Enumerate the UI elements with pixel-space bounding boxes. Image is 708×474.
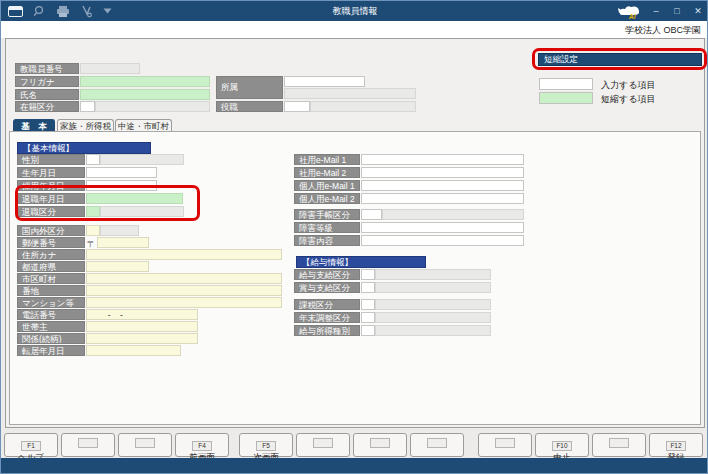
fkey-f6[interactable] [296,433,350,457]
fkey-f4-prev-screen[interactable]: F4前画面 [175,433,229,457]
legend-input-swatch [539,78,593,90]
salary-payment-code-field[interactable] [361,269,375,280]
birthdate-label: 生年月日 [17,167,85,178]
street-field[interactable] [86,285,282,296]
fkey-f10-cancel[interactable]: F10中止 [535,433,589,457]
fkey-f7[interactable] [353,433,407,457]
relationship-label: 関係(続柄) [17,333,85,344]
app-window: 教職員情報 AI – □ ✕ 学校法人 OBC学園 教職員番号 フリガナ 氏名 … [0,0,708,474]
enrollment-label: 在籍区分 [15,101,79,112]
position-name-field[interactable] [310,101,416,112]
section-salary-header: 【給与情報】 [296,256,426,268]
retirement-date-field[interactable] [86,193,183,204]
ai-mascot-icon[interactable]: AI [614,3,642,20]
domestic-class-name-field[interactable] [100,225,139,236]
titlebar: 教職員情報 AI – □ ✕ [1,1,708,21]
department-name-field[interactable] [284,88,416,99]
enrollment-code-field[interactable] [80,101,95,112]
income-type-label: 給与所得種別 [294,325,360,336]
position-label: 役職 [216,101,283,112]
fkey-f3[interactable] [118,433,172,457]
personal-email1-field[interactable] [361,180,524,191]
retirement-class-label: 退職区分 [17,206,85,217]
domestic-class-code-field[interactable] [86,225,100,236]
search-icon[interactable] [33,5,46,18]
company-email1-field[interactable] [361,154,524,165]
fkey-f12-register[interactable]: F12登録 [649,433,703,457]
position-code-field[interactable] [284,101,310,112]
status-bar [1,458,708,474]
disability-detail-label: 障害内容 [294,235,360,246]
income-type-name-field[interactable] [375,325,491,336]
furigana-label: フリガナ [15,76,79,87]
building-field[interactable] [86,297,282,308]
enrollment-name-field[interactable] [95,101,210,112]
householder-field[interactable] [86,321,198,332]
address-kana-label: 住所カナ [17,249,85,260]
postal-code-field[interactable] [97,237,149,248]
legend-shorten-label: 短縮する項目 [601,93,655,106]
city-field[interactable] [86,273,282,284]
bonus-payment-code-field[interactable] [361,282,375,293]
department-code-field[interactable] [284,76,365,87]
gender-label: 性別 [17,154,85,165]
gender-name-field[interactable] [100,154,184,165]
retirement-class-name-field[interactable] [100,206,184,217]
address-kana-field[interactable] [86,249,282,260]
phone-field[interactable]: - - [86,309,198,320]
pen-icon[interactable] [80,5,93,18]
fkey-f5-next-screen[interactable]: F5次画面 [239,433,293,457]
householder-label: 世帯主 [17,321,85,332]
personal-email1-label: 個人用e-Mail 1 [294,180,360,191]
salary-payment-name-field[interactable] [375,269,491,280]
retirement-date-label: 退職年月日 [17,193,85,204]
maximize-button[interactable]: □ [670,6,684,16]
close-button[interactable]: ✕ [691,6,705,16]
shortcut-settings-button[interactable]: 短縮設定 [538,53,702,66]
relationship-field[interactable] [86,333,198,344]
disability-grade-field[interactable] [361,222,524,233]
building-label: マンション等 [17,297,85,308]
minimize-button[interactable]: – [649,6,663,16]
retirement-class-code-field[interactable] [86,206,100,217]
staff-no-field[interactable] [80,63,140,74]
hiredate-field[interactable] [86,180,157,191]
caret-down-icon[interactable] [103,8,112,14]
disability-notebook-code-field[interactable] [361,209,382,220]
disability-grade-label: 障害等級 [294,222,360,233]
legend-shorten-swatch [539,92,593,104]
taxation-class-code-field[interactable] [361,299,375,310]
yearend-adjust-name-field[interactable] [375,312,491,323]
name-field[interactable] [80,89,210,100]
staff-no-label: 教職員番号 [15,63,79,74]
moving-date-field[interactable] [86,345,181,356]
disability-notebook-name-field[interactable] [382,209,524,220]
birthdate-field[interactable] [86,167,157,178]
phone-label: 電話番号 [17,309,85,320]
street-label: 番地 [17,285,85,296]
fkey-f11[interactable] [592,433,646,457]
moving-date-label: 転居年月日 [17,345,85,356]
window-icon[interactable] [8,6,23,17]
taxation-class-name-field[interactable] [375,299,491,310]
svg-text:AI: AI [628,13,636,20]
disability-detail-field[interactable] [361,235,524,246]
hiredate-label: 採用年月日 [17,180,85,191]
print-icon[interactable] [56,5,70,18]
fkey-f9[interactable] [478,433,532,457]
legend-input-label: 入力する項目 [601,79,655,92]
fkey-f2[interactable] [61,433,115,457]
income-type-code-field[interactable] [361,325,375,336]
personal-email2-field[interactable] [361,193,524,204]
section-basic-header: 【基本情報】 [17,142,151,154]
fkey-f8[interactable] [410,433,464,457]
bonus-payment-name-field[interactable] [375,282,491,293]
yearend-adjust-code-field[interactable] [361,312,375,323]
gender-code-field[interactable] [86,154,100,165]
company-email2-field[interactable] [361,167,524,178]
taxation-class-label: 課税区分 [294,299,360,310]
prefecture-field[interactable] [86,261,149,272]
name-label: 氏名 [15,89,79,100]
furigana-field[interactable] [80,76,210,87]
fkey-f1-help[interactable]: F1ヘルプ [4,433,58,457]
